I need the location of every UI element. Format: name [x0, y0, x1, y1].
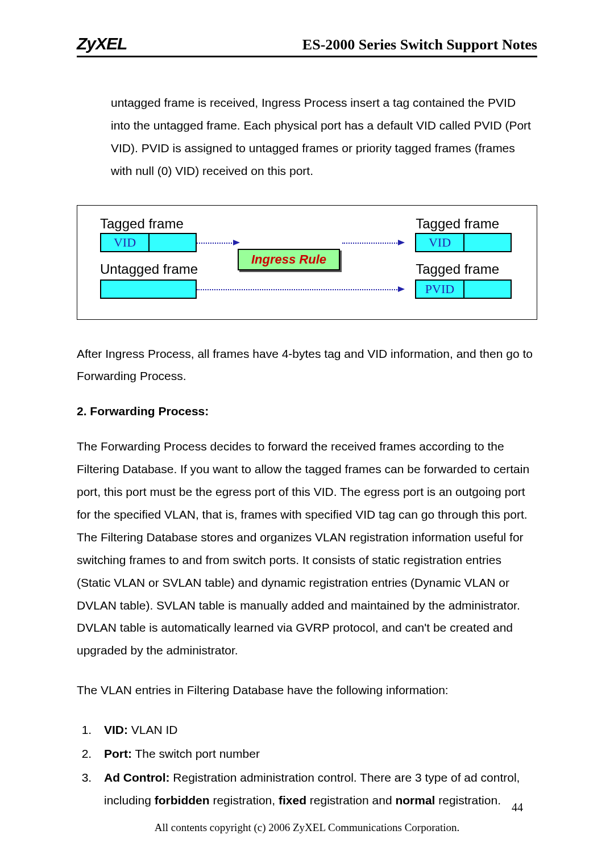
arrow-line — [197, 243, 234, 244]
page-header: ZyXEL ES-2000 Series Switch Support Note… — [77, 34, 537, 57]
tagged-frame-label-right-2: Tagged frame — [416, 261, 499, 277]
item-term: Ad Control: — [104, 771, 169, 784]
item-term: fixed — [279, 794, 306, 807]
intro-paragraph: untagged frame is received, Ingress Proc… — [111, 91, 537, 182]
arrow-head-icon — [233, 240, 240, 245]
tagged-frame-label-left: Tagged frame — [100, 216, 184, 232]
vid-cell-left: VID — [101, 234, 150, 251]
arrow-line — [197, 289, 399, 290]
tagged-frame-label-right-1: Tagged frame — [416, 216, 499, 232]
frame-cell — [464, 281, 511, 298]
list-item: Ad Control: Registration administration … — [95, 766, 537, 812]
frame-cell — [464, 234, 511, 251]
item-text: VLAN ID — [128, 723, 178, 736]
vid-cell-right-1: VID — [416, 234, 464, 251]
list-item: Port: The switch port number — [95, 742, 537, 765]
item-term: normal — [395, 794, 435, 807]
after-ingress-paragraph: After Ingress Process, all frames have 4… — [77, 343, 537, 388]
arrow-line — [342, 243, 399, 244]
document-title: ES-2000 Series Switch Support Notes — [302, 36, 537, 53]
frame-cell — [101, 281, 196, 298]
ingress-rule-box: Ingress Rule — [238, 249, 340, 270]
item-term: VID: — [104, 723, 128, 736]
arrow-head-icon — [398, 240, 405, 245]
vid-frame-left: VID — [100, 233, 197, 252]
item-term: Port: — [104, 747, 132, 760]
untagged-frame-label: Untagged frame — [100, 261, 198, 277]
section-heading-forwarding: 2. Forwarding Process: — [77, 404, 537, 418]
vid-frame-right-1: VID — [415, 233, 512, 252]
filter-db-intro: The VLAN entries in Filtering Database h… — [77, 679, 537, 702]
forwarding-paragraph: The Forwarding Process decides to forwar… — [77, 435, 537, 662]
pvid-frame-box: PVID — [415, 279, 512, 299]
logo: ZyXEL — [77, 34, 127, 53]
item-text: registration. — [435, 794, 501, 807]
untagged-frame-box — [100, 279, 197, 299]
item-text: registration, — [210, 794, 279, 807]
frame-cell — [150, 234, 196, 251]
page-number: 44 — [512, 801, 523, 814]
item-text: The switch port number — [132, 747, 260, 760]
arrow-head-icon — [398, 286, 405, 292]
copyright-footer: All contents copyright (c) 2006 ZyXEL Co… — [0, 821, 614, 834]
list-item: VID: VLAN ID — [95, 719, 537, 741]
item-text: registration and — [306, 794, 395, 807]
ingress-diagram: Tagged frame Tagged frame VID VID Ingres… — [77, 205, 537, 320]
item-term: forbidden — [155, 794, 210, 807]
pvid-cell: PVID — [416, 281, 464, 298]
vlan-entries-list: VID: VLAN ID Port: The switch port numbe… — [95, 719, 537, 812]
